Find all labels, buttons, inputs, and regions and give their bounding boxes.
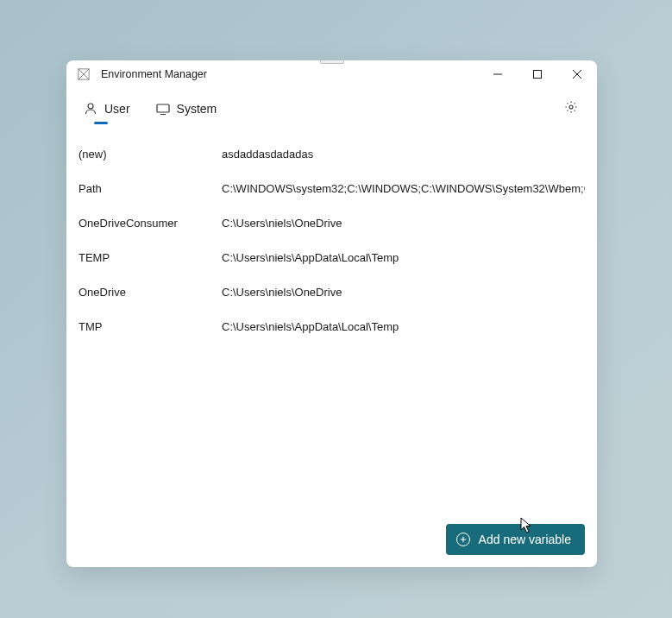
variable-name: OneDrive — [79, 286, 222, 299]
titlebar: Environment Manager — [66, 60, 597, 88]
svg-rect-4 — [534, 71, 542, 79]
variable-value: C:\Users\niels\AppData\Local\Temp — [222, 320, 585, 333]
minimize-button[interactable] — [478, 60, 518, 88]
plus-circle-icon — [456, 533, 470, 546]
svg-point-10 — [569, 105, 573, 109]
table-row[interactable]: TEMP C:\Users\niels\AppData\Local\Temp — [79, 240, 585, 274]
app-icon — [77, 67, 91, 81]
add-new-variable-button[interactable]: Add new variable — [446, 524, 585, 555]
window-title: Environment Manager — [101, 68, 207, 80]
variable-list: (new) asdaddasdadadas Path C:\WINDOWS\sy… — [66, 129, 597, 512]
svg-rect-8 — [157, 104, 169, 112]
variable-name: (new) — [79, 148, 222, 161]
system-icon — [156, 102, 170, 116]
user-icon — [84, 102, 97, 116]
variable-name: TMP — [79, 320, 222, 333]
table-row[interactable]: Path C:\WINDOWS\system32;C:\WINDOWS;C:\W… — [79, 171, 585, 205]
table-row[interactable]: TMP C:\Users\niels\AppData\Local\Temp — [79, 309, 585, 344]
variable-value: C:\Users\niels\OneDrive — [222, 217, 585, 230]
variable-value: C:\Users\niels\AppData\Local\Temp — [222, 251, 585, 264]
table-row[interactable]: (new) asdaddasdadadas — [79, 136, 585, 171]
maximize-button[interactable] — [518, 60, 557, 88]
tab-system-label: System — [177, 102, 217, 116]
variable-name: OneDriveConsumer — [79, 217, 222, 230]
tab-user[interactable]: User — [79, 95, 135, 123]
variable-value: asdaddasdadadas — [222, 148, 585, 161]
table-row[interactable]: OneDriveConsumer C:\Users\niels\OneDrive — [79, 205, 585, 240]
variable-value: C:\Users\niels\OneDrive — [222, 286, 585, 299]
window-controls — [478, 60, 597, 88]
app-window: Environment Manager User — [66, 60, 597, 567]
tab-system[interactable]: System — [151, 95, 223, 123]
table-row[interactable]: OneDrive C:\Users\niels\OneDrive — [79, 274, 585, 309]
add-button-label: Add new variable — [479, 533, 571, 546]
settings-button[interactable] — [557, 95, 585, 123]
variable-name: TEMP — [79, 251, 222, 264]
tabbar: User System — [66, 88, 597, 129]
close-button[interactable] — [557, 60, 597, 88]
gear-icon — [564, 100, 578, 117]
footer: Add new variable — [66, 512, 597, 567]
svg-point-7 — [88, 104, 93, 109]
snap-indicator — [320, 60, 344, 64]
tab-user-label: User — [104, 102, 130, 116]
variable-name: Path — [79, 182, 222, 195]
variable-value: C:\WINDOWS\system32;C:\WINDOWS;C:\WINDOW… — [222, 182, 585, 195]
